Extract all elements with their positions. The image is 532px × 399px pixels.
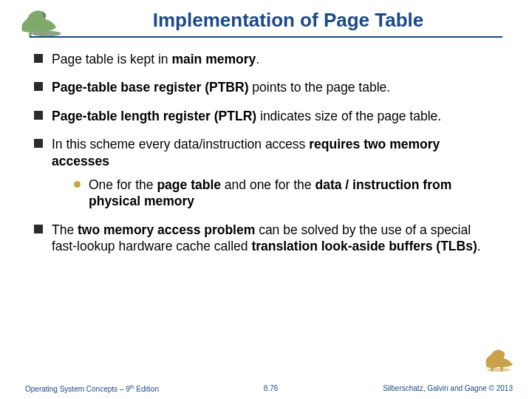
text: The bbox=[52, 222, 78, 237]
text-bold: two memory access problem bbox=[78, 222, 255, 237]
bullet-item: Page-table length register (PTLR) indica… bbox=[34, 108, 498, 124]
title-rule bbox=[30, 36, 502, 38]
text: Page table is kept in bbox=[52, 52, 171, 66]
text: points to the page table. bbox=[248, 80, 390, 95]
text: In this scheme every data/instruction ac… bbox=[52, 137, 309, 151]
text: Edition bbox=[134, 385, 159, 393]
bullet-list: Page table is kept in main memory. Page-… bbox=[34, 51, 498, 255]
footer-right: Silberschatz, Galvin and Gagne © 2013 bbox=[383, 384, 513, 393]
bullet-item: Page-table base register (PTBR) points t… bbox=[34, 79, 498, 95]
text-bold: Page-table base register (PTBR) bbox=[52, 80, 248, 95]
svg-point-1 bbox=[487, 368, 511, 372]
text: indicates size of the page table. bbox=[256, 109, 441, 123]
sub-list: One for the page table and one for the d… bbox=[74, 177, 498, 210]
bullet-item: In this scheme every data/instruction ac… bbox=[34, 136, 498, 210]
text: . bbox=[256, 52, 259, 66]
bullet-item: The two memory access problem can be sol… bbox=[34, 222, 498, 255]
dinosaur-icon bbox=[479, 344, 519, 374]
text: One for the bbox=[89, 177, 157, 192]
text-bold: translation look-aside buffers (TLBs) bbox=[251, 239, 477, 253]
text-bold: main memory bbox=[171, 52, 256, 66]
text-bold: page table bbox=[157, 177, 221, 192]
header: Implementation of Page Table bbox=[0, 0, 532, 38]
bullet-item: Page table is kept in main memory. bbox=[34, 51, 498, 67]
footer-left: Operating System Concepts – 9th Edition bbox=[25, 384, 159, 393]
slide-title: Implementation of Page Table bbox=[30, 9, 502, 32]
text: . bbox=[477, 239, 481, 253]
sub-item: One for the page table and one for the d… bbox=[74, 177, 498, 210]
text-bold: Page-table length register (PTLR) bbox=[52, 109, 256, 123]
footer: Operating System Concepts – 9th Edition … bbox=[0, 384, 532, 393]
slide: Implementation of Page Table Page table … bbox=[0, 0, 532, 399]
text: and one for the bbox=[221, 177, 315, 192]
content: Page table is kept in main memory. Page-… bbox=[0, 51, 532, 255]
text: Operating System Concepts – 9 bbox=[25, 385, 130, 393]
footer-page: 8.76 bbox=[264, 384, 278, 393]
